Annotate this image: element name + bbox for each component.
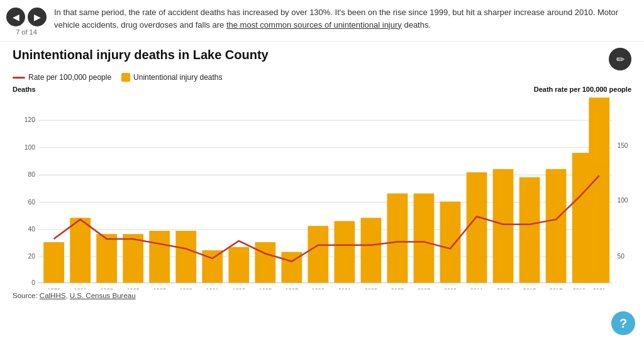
svg-rect-20 — [123, 234, 143, 282]
right-axis-label: Death rate per 100,000 people — [534, 86, 631, 93]
svg-text:40: 40 — [28, 226, 35, 233]
svg-rect-34 — [493, 169, 514, 283]
chart-inner: 0 20 40 60 80 100 120 50 100 150 — [13, 94, 631, 289]
svg-rect-25 — [255, 242, 275, 283]
nav-buttons: ◀ ▶ — [6, 8, 47, 26]
top-bar: ◀ ▶ 7 of 14 In that same period, the rat… — [0, 0, 644, 42]
edit-button[interactable]: ✏ — [609, 48, 631, 70]
svg-text:1989: 1989 — [179, 287, 192, 289]
svg-rect-38 — [589, 97, 609, 283]
source-text: Source: CalHHS, U.S. Census Bureau — [13, 292, 631, 299]
svg-text:60: 60 — [28, 199, 35, 206]
svg-rect-22 — [175, 231, 196, 283]
svg-rect-30 — [387, 194, 408, 283]
svg-text:0: 0 — [31, 279, 35, 286]
svg-rect-18 — [70, 218, 91, 282]
top-text-after: deaths. — [402, 20, 431, 30]
help-button[interactable]: ? — [611, 311, 635, 335]
svg-text:2017: 2017 — [550, 287, 562, 289]
legend-label-deaths: Unintentional injury deaths — [133, 73, 222, 82]
svg-text:1995: 1995 — [259, 287, 272, 289]
top-text-link[interactable]: the most common sources of unintentional… — [226, 20, 402, 30]
svg-text:1985: 1985 — [126, 287, 139, 289]
svg-text:20: 20 — [28, 253, 35, 260]
svg-rect-27 — [308, 226, 328, 282]
svg-rect-17 — [43, 242, 64, 283]
legend-label-rate: Rate per 100,000 people — [28, 73, 111, 82]
svg-text:1981: 1981 — [74, 287, 86, 289]
main-content: Unintentional injury deaths in Lake Coun… — [0, 42, 644, 304]
svg-text:2019: 2019 — [573, 287, 586, 289]
next-button[interactable]: ▶ — [28, 8, 47, 26]
chart-legend: Rate per 100,000 people Unintentional in… — [13, 73, 631, 82]
svg-text:1979: 1979 — [47, 287, 60, 289]
svg-text:2011: 2011 — [470, 287, 483, 289]
svg-text:50: 50 — [617, 253, 625, 260]
svg-text:1987: 1987 — [153, 287, 165, 289]
svg-text:2021: 2021 — [593, 287, 606, 289]
legend-color-rate — [13, 77, 25, 79]
svg-text:1991: 1991 — [206, 287, 219, 289]
legend-color-deaths — [121, 73, 130, 82]
svg-text:2007: 2007 — [418, 287, 430, 289]
page-count: 7 of 14 — [16, 28, 37, 36]
source-link-census[interactable]: U.S. Census Bureau — [70, 292, 136, 299]
top-description: In that same period, the rate of acciden… — [54, 6, 634, 31]
chart-axis-labels: Deaths Death rate per 100,000 people — [13, 86, 631, 93]
svg-rect-32 — [440, 202, 461, 283]
svg-rect-24 — [228, 247, 249, 283]
chart-title-row: Unintentional injury deaths in Lake Coun… — [13, 48, 631, 70]
svg-rect-29 — [361, 218, 382, 282]
chart-title: Unintentional injury deaths in Lake Coun… — [13, 48, 269, 62]
prev-button[interactable]: ◀ — [6, 8, 25, 26]
svg-rect-28 — [334, 221, 355, 283]
svg-text:2015: 2015 — [523, 287, 536, 289]
svg-text:2001: 2001 — [338, 287, 351, 289]
svg-text:1999: 1999 — [312, 287, 325, 289]
navigation-area: ◀ ▶ 7 of 14 — [6, 6, 47, 36]
svg-rect-31 — [414, 194, 435, 283]
svg-text:150: 150 — [617, 142, 628, 149]
svg-text:1993: 1993 — [233, 287, 245, 289]
svg-rect-36 — [546, 169, 567, 283]
legend-item-deaths: Unintentional injury deaths — [121, 73, 222, 82]
left-axis-label: Deaths — [13, 86, 36, 93]
svg-rect-35 — [519, 177, 540, 283]
svg-rect-33 — [467, 172, 487, 283]
chart-svg: 0 20 40 60 80 100 120 50 100 150 — [13, 94, 631, 289]
svg-text:2003: 2003 — [365, 287, 377, 289]
svg-text:100: 100 — [617, 196, 628, 203]
svg-text:120: 120 — [25, 116, 35, 123]
svg-text:100: 100 — [25, 144, 35, 151]
svg-text:80: 80 — [28, 171, 35, 178]
svg-rect-19 — [96, 234, 117, 282]
svg-text:2013: 2013 — [497, 287, 509, 289]
svg-text:1997: 1997 — [286, 287, 298, 289]
svg-text:2009: 2009 — [444, 287, 457, 289]
source-link-calhhs[interactable]: CalHHS — [40, 292, 66, 299]
source-label: Source: — [13, 292, 40, 299]
legend-item-rate: Rate per 100,000 people — [13, 73, 111, 82]
svg-text:1983: 1983 — [100, 287, 113, 289]
svg-rect-21 — [149, 231, 170, 283]
svg-text:2005: 2005 — [391, 287, 404, 289]
